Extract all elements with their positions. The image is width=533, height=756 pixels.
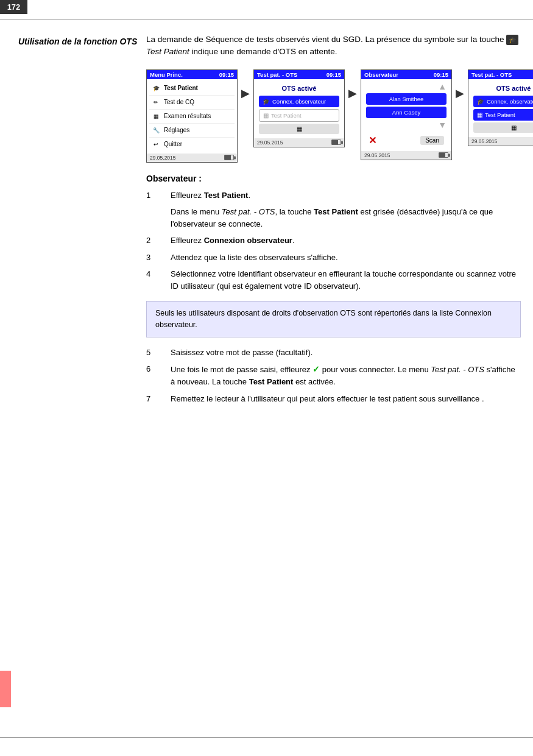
step-3-text: Attendez que la liste des observateurs s…: [171, 252, 338, 264]
screen2-footer: 29.05.2015: [254, 138, 344, 147]
screen2-ots-title: OTS activé: [256, 82, 342, 94]
screen3-time: 09:15: [434, 71, 448, 78]
observer-name1-btn: Alan Smithee: [366, 93, 447, 105]
right-content: La demande de Séquence de tests observés…: [146, 34, 521, 409]
x-cancel-icon: ✕: [369, 135, 376, 146]
scan-icon: ▦: [297, 125, 302, 132]
step-1: 1 Effleurez Test Patient.: [146, 189, 521, 202]
screens-row: Menu Princ. 09:15 🎓 Test Patient ✏ Test …: [146, 69, 521, 163]
screen1-time: 09:15: [219, 71, 234, 78]
pink-tab: [0, 671, 11, 707]
screen3-header: Observateur 09:15: [361, 70, 451, 79]
screen2-body: OTS activé 🎓 Connex. observateur ▦ Test …: [254, 79, 344, 138]
instructions-section: Observateur : 1 Effleurez Test Patient. …: [146, 174, 521, 405]
screen4-date: 29.05.2015: [471, 138, 498, 144]
screen-ots-second: Test pat. - OTS 09:15 OTS activé 🎓 Conne…: [468, 69, 533, 146]
ots-symbol: 🎓: [506, 35, 518, 45]
screen2-scan-row: ▦: [259, 124, 339, 134]
step-7-number: 7: [146, 393, 161, 405]
screen1-battery-icon: [224, 155, 234, 160]
menu-item-test-cq-label: Test de CQ: [164, 99, 194, 105]
screen2-title: Test pat. - OTS: [257, 71, 297, 78]
screen4-footer: 29.05.2015: [468, 137, 533, 146]
screen2-date: 29.05.2015: [257, 140, 283, 146]
scan2-icon: ▦: [511, 124, 517, 131]
intro-paragraph: La demande de Séquence de tests observés…: [146, 34, 521, 58]
step-2-text: Effleurez Connexion observateur.: [171, 235, 295, 247]
arrow-right-2-icon: ▶: [348, 88, 357, 99]
menu-item-reglages: 🔧 Réglages: [149, 124, 235, 138]
screen-observateur: Observateur 09:15 ▲ Alan Smithee Ann Cas…: [361, 69, 452, 160]
step-1-para-text: Dans le menu Test pat. - OTS, la touche …: [171, 206, 521, 230]
bottom-rule: [0, 737, 533, 738]
observer-heading: Observateur :: [146, 174, 521, 183]
arrow-right-3-icon: ▶: [456, 88, 464, 99]
screen3-title: Observateur: [364, 71, 398, 78]
screen1-header: Menu Princ. 09:15: [147, 70, 237, 79]
step-1-para-number: [146, 206, 161, 230]
graduation-icon: 🎓: [151, 84, 161, 93]
scan-label: Scan: [420, 136, 444, 145]
observer-bottom-row: ✕ Scan: [364, 132, 449, 149]
screen4-header: Test pat. - OTS 09:15: [468, 70, 533, 79]
section-title: Utilisation de la fonction OTS: [18, 37, 140, 46]
screen2-time: 09:15: [327, 71, 341, 78]
step-5: 5 Saisissez votre mot de passe (facultat…: [146, 347, 521, 359]
pencil-icon: ✏: [151, 98, 161, 107]
screen1-date: 29.05.2015: [150, 155, 176, 161]
step-6-number: 6: [146, 363, 161, 388]
screen3-date: 29.05.2015: [364, 152, 390, 158]
menu-item-test-patient: 🎓 Test Patient: [149, 82, 235, 96]
menu-item-quitter-label: Quitter: [164, 141, 182, 147]
screen2-connex-btn: 🎓 Connex. observateur: [259, 96, 339, 107]
screen3-footer: 29.05.2015: [361, 151, 451, 160]
menu-item-test-cq: ✏ Test de CQ: [149, 96, 235, 110]
step-1-text: Effleurez Test Patient.: [171, 189, 250, 202]
step-4: 4 Sélectionnez votre identifiant observa…: [146, 268, 521, 292]
patient2-icon: ▦: [477, 111, 482, 118]
screen3-battery-icon: [439, 152, 448, 158]
screen-menu-princ: Menu Princ. 09:15 🎓 Test Patient ✏ Test …: [146, 69, 238, 163]
screen1-body: 🎓 Test Patient ✏ Test de CQ ▦ Examen rés…: [147, 79, 237, 154]
screen-ots-first: Test pat. - OTS 09:15 OTS activé 🎓 Conne…: [253, 69, 345, 147]
arrow-1-2: ▶: [241, 88, 250, 99]
step-3: 3 Attendez que la liste des observateurs…: [146, 252, 521, 264]
step-2-number: 2: [146, 235, 161, 247]
scroll-up-icon: ▲: [364, 82, 449, 91]
step-1-number: 1: [146, 189, 161, 202]
menu-item-examen-label: Examen résultats: [164, 113, 211, 119]
arrow-back-icon: ↩: [151, 140, 161, 149]
screen1-title: Menu Princ.: [150, 71, 183, 78]
screen1-footer: 29.05.2015: [147, 154, 237, 162]
menu-item-test-patient-label: Test Patient: [164, 85, 198, 91]
observer-name2-btn: Ann Casey: [366, 107, 447, 118]
screen2-battery-icon: [331, 140, 341, 145]
screen2-header: Test pat. - OTS 09:15: [254, 70, 344, 79]
menu-item-quitter: ↩ Quitter: [149, 138, 235, 151]
step-5-text: Saisissez votre mot de passe (facultatif…: [171, 347, 312, 359]
screen3-body: ▲ Alan Smithee Ann Casey ▼ ✕ Scan: [361, 79, 451, 151]
screen4-body: OTS activé 🎓 Connex. observateur ▦ Test …: [468, 79, 533, 137]
screen4-scan-row: ▦: [473, 122, 533, 133]
step-1-para: Dans le menu Test pat. - OTS, la touche …: [146, 206, 521, 230]
step-4-number: 4: [146, 268, 161, 292]
screen4-connex-btn: 🎓 Connex. observateur: [473, 96, 533, 107]
step-6-text: Une fois le mot de passe saisi, effleure…: [171, 363, 521, 388]
wrench-icon: 🔧: [151, 126, 161, 135]
step-3-number: 3: [146, 252, 161, 264]
screen4-title: Test pat. - OTS: [471, 71, 512, 78]
step-7: 7 Remettez le lecteur à l'utilisateur qu…: [146, 393, 521, 405]
arrow-2-3: ▶: [348, 88, 357, 99]
observer2-icon: 🎓: [477, 98, 484, 105]
step-5-number: 5: [146, 347, 161, 359]
screen4-patient-btn: ▦ Test Patient: [473, 109, 533, 121]
grid-icon: ▦: [151, 112, 161, 121]
scroll-down-icon: ▼: [364, 120, 449, 130]
step-7-text: Remettez le lecteur à l'utilisateur qui …: [171, 393, 484, 405]
arrow-right-icon: ▶: [241, 88, 250, 99]
menu-item-examen: ▦ Examen résultats: [149, 110, 235, 124]
step-6: 6 Une fois le mot de passe saisi, effleu…: [146, 363, 521, 388]
menu-item-reglages-label: Réglages: [164, 127, 189, 133]
step-4-text: Sélectionnez votre identifiant observate…: [171, 268, 521, 292]
patient-icon: ▦: [263, 112, 269, 119]
